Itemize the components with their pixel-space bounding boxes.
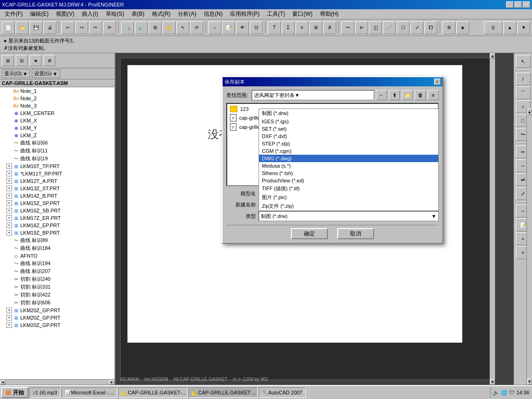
tree-item[interactable]: ⊕LKM_Y bbox=[0, 124, 115, 132]
tree-item[interactable]: +⊞LKM17Z_ER.PRT bbox=[0, 214, 115, 222]
expand-icon[interactable]: + bbox=[6, 193, 12, 199]
tree-item[interactable]: A≡Note_2 bbox=[0, 95, 115, 102]
tree-item[interactable]: ✂切割 标识606 bbox=[0, 299, 115, 307]
menu-item-f[interactable]: 文件(F) bbox=[2, 9, 25, 19]
type-combo[interactable]: 制图 (*.drw) ▼ bbox=[259, 211, 439, 221]
dropdown-item-stp[interactable]: STEP (*.stp) bbox=[259, 140, 438, 147]
taskbar-cad2[interactable]: 📐 CAP-GRILLE-GASKET ... bbox=[188, 387, 258, 398]
tb-format[interactable]: A bbox=[323, 21, 336, 34]
tb-extra1[interactable]: ⚙ bbox=[442, 21, 455, 34]
expand-icon[interactable]: + bbox=[6, 178, 12, 184]
menu-item-v[interactable]: 视图(V) bbox=[53, 9, 77, 19]
tb-symbol[interactable]: Σ bbox=[282, 21, 295, 34]
tree-item[interactable]: +⊞LKM14Z_B.PRT bbox=[0, 192, 115, 200]
maximize-button[interactable]: □ bbox=[514, 1, 522, 8]
tb-align[interactable]: ⊳ bbox=[355, 21, 368, 34]
tb-zoom-fit[interactable]: ⊞ bbox=[149, 21, 162, 34]
dropdown-item-zip[interactable]: Zip文件 (*.zip) bbox=[259, 202, 438, 211]
dropdown-item-dxf[interactable]: DXF (*.dxf) bbox=[259, 133, 438, 140]
tree-item[interactable]: +⊞LKM20Z_GP.PRT bbox=[0, 321, 115, 329]
dialog-close-button[interactable]: × bbox=[434, 79, 441, 85]
tree-item[interactable]: +⊞LKM13Z_ST.PRT bbox=[0, 185, 115, 192]
expand-icon[interactable]: + bbox=[6, 171, 12, 176]
left-hscroll[interactable]: ◄ ► bbox=[0, 379, 115, 385]
hscroll-right[interactable]: ► bbox=[109, 380, 115, 385]
minimize-button[interactable]: _ bbox=[506, 1, 514, 8]
dropdown-item-set[interactable]: SET (*.set) bbox=[259, 125, 438, 133]
tree-item[interactable]: ◇AFNTO bbox=[0, 252, 115, 260]
dropdown-item-tiff[interactable]: TIFF (描摸) (*.tif) bbox=[259, 184, 438, 193]
tb-open[interactable]: 📂 bbox=[16, 21, 29, 34]
close-button[interactable]: × bbox=[523, 1, 530, 8]
tb-undo[interactable]: ↩ bbox=[61, 21, 74, 34]
tree-item[interactable]: +⊞LKM12T_A.PRT bbox=[0, 177, 115, 185]
taskbar-mp3[interactable]: ♪ 1 (4).mp3 bbox=[30, 387, 60, 398]
rt-line[interactable]: / bbox=[516, 73, 531, 85]
tb-cut[interactable]: ✂ bbox=[89, 21, 102, 34]
settings-dropdown[interactable]: 设置(G) ▼ bbox=[32, 69, 60, 78]
tree-item[interactable]: 〜曲线 标识194 bbox=[0, 260, 115, 267]
tree-item[interactable]: +⊞LKM10T_TP.PRT bbox=[0, 163, 115, 170]
tb-new[interactable]: 📄 bbox=[2, 21, 15, 34]
tree-item[interactable]: ⊕LKM_X bbox=[0, 117, 115, 124]
tb-offset[interactable]: ⤢ bbox=[411, 21, 423, 34]
expand-icon[interactable]: + bbox=[6, 308, 12, 313]
menu-item-t[interactable]: 工具(T) bbox=[264, 9, 288, 19]
tb-scroll-down[interactable]: ▼ bbox=[517, 21, 530, 34]
tree-item[interactable]: ✂切割 标识240 bbox=[0, 275, 115, 283]
tb-num[interactable]: 0 bbox=[484, 21, 502, 34]
menu-item-w[interactable]: 窗口(W) bbox=[290, 9, 315, 19]
tb-pan[interactable]: ✋ bbox=[163, 21, 175, 34]
taskbar-autocad[interactable]: 🔧 AutoCAD 2007 bbox=[259, 387, 305, 398]
tree-item[interactable]: 〜曲线 标识89 bbox=[0, 236, 115, 244]
dlg-btn-delete[interactable]: 🗑 bbox=[415, 90, 426, 100]
tb-gtol[interactable]: ⧠ bbox=[424, 21, 437, 34]
menu-item-b[interactable]: 表(B) bbox=[129, 9, 147, 19]
dropdown-item-pic[interactable]: 图片 (*.pic) bbox=[259, 193, 438, 202]
tree-item[interactable]: 〜曲线 标识19 bbox=[0, 155, 115, 163]
drawing-vscroll[interactable]: ▲ ▼ bbox=[490, 53, 495, 385]
tb-spline[interactable]: 〜 bbox=[341, 21, 354, 34]
tree-item[interactable]: +⊞LKM16Z_SB.PRT bbox=[0, 207, 115, 214]
vscroll-up[interactable]: ▲ bbox=[490, 53, 495, 59]
dropdown-item-igs[interactable]: IGES (*.igs) bbox=[259, 118, 438, 125]
tb-extra2[interactable]: ◈ bbox=[456, 21, 469, 34]
tb-draft[interactable]: ◫ bbox=[369, 21, 382, 34]
expand-icon[interactable]: + bbox=[6, 223, 12, 228]
tree-item[interactable]: +⊞*LKM11T_RP.PRT bbox=[0, 170, 115, 177]
left-tb-btn2[interactable]: ⊟ bbox=[16, 55, 28, 66]
tree-item[interactable]: 〜曲线 标识184 bbox=[0, 244, 115, 252]
expand-icon[interactable]: + bbox=[6, 163, 12, 169]
menu-item-e[interactable]: 编辑(E) bbox=[27, 9, 51, 19]
location-combo[interactable]: 进风网架下密封条 ▼ bbox=[252, 90, 374, 100]
expand-icon[interactable]: + bbox=[6, 208, 12, 213]
tree-item[interactable]: ⊕LKM_CENTER bbox=[0, 109, 115, 117]
tb-scroll-up[interactable]: ▲ bbox=[503, 21, 516, 34]
vscroll-down[interactable]: ▼ bbox=[490, 379, 495, 385]
left-tb-btn1[interactable]: ⊞ bbox=[2, 55, 14, 66]
menu-item-h[interactable]: 帮助(H) bbox=[317, 9, 342, 19]
tree-item[interactable]: 〜曲线 标识11 bbox=[0, 147, 115, 155]
dropdown-item-stheno[interactable]: Stheno (*.tsh) bbox=[259, 169, 438, 177]
expand-icon[interactable]: + bbox=[6, 230, 12, 236]
left-tb-btn3[interactable]: ★ bbox=[30, 55, 42, 66]
tree-item[interactable]: +⊞LKM19Z_BP.PRT bbox=[0, 229, 115, 236]
tb-redo[interactable]: ↪ bbox=[75, 21, 88, 34]
menu-item-p[interactable]: 应用程序(P) bbox=[227, 9, 262, 19]
tb-zoom-in[interactable]: 🔍 bbox=[121, 21, 134, 34]
tree-item[interactable]: ✂切割 标识331 bbox=[0, 283, 115, 291]
tree-item[interactable]: 〜曲线 标识207 bbox=[0, 267, 115, 275]
tb-xhatch[interactable]: ⋰ bbox=[383, 21, 396, 34]
tb-edge[interactable]: ⬡ bbox=[397, 21, 410, 34]
tb-view[interactable]: 👁 bbox=[236, 21, 249, 34]
tb-save[interactable]: 💾 bbox=[30, 21, 42, 34]
left-tb-btn4[interactable]: ⚙ bbox=[43, 55, 55, 66]
tb-print[interactable]: 🖨 bbox=[43, 21, 56, 34]
expand-icon[interactable]: + bbox=[6, 215, 12, 221]
expand-icon[interactable]: + bbox=[6, 322, 12, 328]
tree-item[interactable]: A≡Note_1 bbox=[0, 87, 115, 95]
dlg-btn-back[interactable]: ← bbox=[376, 90, 387, 100]
taskbar-excel[interactable]: 📊 Microsoft Excel - ... bbox=[61, 387, 118, 398]
drawing-area[interactable]: 没有pdf选项，奇怪！ ▲ ▼ 保存副本 × 查找范围: 进风网架下密封条 ▼ bbox=[115, 53, 514, 385]
cancel-button[interactable]: 取消 bbox=[337, 228, 374, 239]
